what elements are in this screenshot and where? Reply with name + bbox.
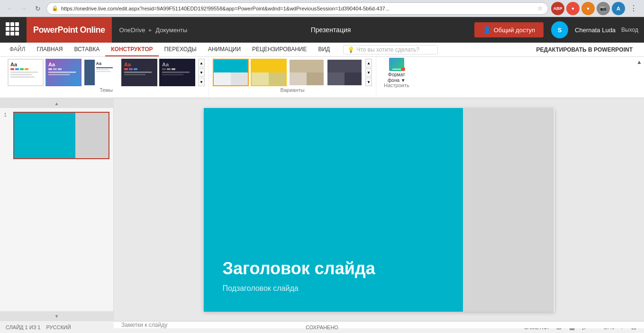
ribbon-collapse-button[interactable]: ▲ <box>636 59 642 65</box>
doc-title: Презентация <box>187 26 474 34</box>
theme-gradient[interactable]: Aa <box>45 59 82 86</box>
waffle-menu[interactable] <box>6 22 21 37</box>
variants-scroll-down[interactable]: ▼ <box>365 68 372 77</box>
slide-canvas[interactable]: Заголовок слайда Подзаголовок слайда <box>204 108 554 312</box>
variants-scroll-up[interactable]: ▲ <box>365 59 372 67</box>
tab-transitions[interactable]: ПЕРЕХОДЫ <box>159 43 202 56</box>
lightbulb-icon: 💡 <box>347 46 354 53</box>
profile-btn[interactable]: A <box>612 2 625 15</box>
slide-panel: ▲ 1 ▼ <box>0 99 114 321</box>
ext-photo[interactable]: 📷 <box>597 2 610 15</box>
ext-red[interactable]: ● <box>566 2 580 15</box>
star-icon[interactable]: ☆ <box>537 5 543 12</box>
theme-dark[interactable]: Aa <box>159 59 195 86</box>
breadcrumb-sep: ► <box>148 27 153 33</box>
ribbon-menu: ФАЙЛ ГЛАВНАЯ ВСТАВКА КОНСТРУКТОР ПЕРЕХОД… <box>0 43 644 57</box>
tab-insert[interactable]: ВСТАВКА <box>68 43 105 56</box>
slide-thumbnail-1[interactable] <box>13 112 109 159</box>
variants-expand[interactable]: ▼ <box>365 78 372 86</box>
variant-yellow[interactable] <box>251 59 287 86</box>
browser-menu[interactable]: ⋮ <box>627 3 640 14</box>
variants-grid: ▲ ▼ ▼ <box>213 59 372 86</box>
back-button[interactable]: ← <box>4 3 15 14</box>
variants-section: ▲ ▼ ▼ Варианты <box>209 57 376 98</box>
slide-title[interactable]: Заголовок слайда <box>223 259 444 279</box>
variant-tan[interactable] <box>289 59 325 86</box>
reload-button[interactable]: ↻ <box>32 3 44 14</box>
lock-icon: 🔒 <box>52 5 58 11</box>
slide-thumbnail-container: 1 <box>4 112 109 159</box>
format-background-button[interactable]: Форматфона ▼ <box>385 61 408 81</box>
customize-label: Настроить <box>384 82 409 88</box>
logout-button[interactable]: Выход <box>621 27 638 33</box>
slide-panel-scroll-down[interactable]: ▼ <box>0 311 113 321</box>
themes-expand[interactable]: ▼ <box>198 78 205 86</box>
breadcrumb-documents[interactable]: Документы <box>155 27 187 34</box>
themes-label: Темы <box>100 87 113 93</box>
theme-default[interactable]: Aa <box>8 59 44 86</box>
variant-teal[interactable] <box>213 59 249 86</box>
app-header: PowerPoint Online OneDrive ► Документы П… <box>0 17 644 43</box>
url-text: https://onedrive.live.com/edit.aspx?resi… <box>61 6 535 11</box>
breadcrumb-onedrive[interactable]: OneDrive <box>119 27 145 34</box>
slide-subtitle[interactable]: Подзаголовок слайда <box>223 284 444 293</box>
adblock-ext[interactable]: ABP <box>551 2 564 15</box>
theme-colorful[interactable]: Aa <box>121 59 157 86</box>
saved-status: СОХРАНЕНО <box>306 324 338 330</box>
main-area: ▲ 1 ▼ Заголовок слайда Подзаголовок слай… <box>0 99 644 321</box>
share-button[interactable]: 👤 Общий доступ <box>474 22 544 37</box>
themes-scroll-up[interactable]: ▲ <box>198 59 205 67</box>
ext-orange[interactable]: ● <box>581 2 595 15</box>
language-status: РУССКИЙ <box>46 324 71 330</box>
slide-number: 1 <box>4 112 11 159</box>
slide-info: СЛАЙД 1 ИЗ 1 <box>6 324 40 330</box>
variants-label: Варианты <box>281 87 305 93</box>
help-search[interactable]: 💡 Что вы хотите сделать? <box>343 45 438 54</box>
themes-section: Aa Aa <box>4 57 209 98</box>
browser-bar: ← → ↻ 🔒 https://onedrive.live.com/edit.a… <box>0 0 644 17</box>
tab-review[interactable]: РЕЦЕНЗИРОВАНИЕ <box>246 43 312 56</box>
themes-scroll-down[interactable]: ▼ <box>198 68 205 77</box>
slide-panel-scroll-up[interactable]: ▲ <box>0 99 113 108</box>
slide-teal-section: Заголовок слайда Подзаголовок слайда <box>204 108 463 312</box>
address-bar[interactable]: 🔒 https://onedrive.live.com/edit.aspx?re… <box>46 2 548 15</box>
forward-button[interactable]: → <box>18 3 29 14</box>
tab-home[interactable]: ГЛАВНАЯ <box>31 43 68 56</box>
slide-editor: Заголовок слайда Подзаголовок слайда Зам… <box>114 99 644 321</box>
breadcrumb: OneDrive ► Документы <box>119 27 188 34</box>
themes-grid: Aa Aa <box>8 59 205 86</box>
tab-animations[interactable]: АНИМАЦИИ <box>202 43 246 56</box>
ribbon-toolbar: Aa Aa <box>0 57 644 99</box>
slide-gray-section <box>463 108 554 312</box>
tab-design[interactable]: КОНСТРУКТОР <box>105 43 158 56</box>
format-section: Форматфона ▼ Настроить <box>376 57 417 98</box>
edit-in-powerpoint-button[interactable]: РЕДАКТИРОВАТЬ В POWERPOINT <box>529 45 640 55</box>
theme-striped[interactable]: Aa <box>83 59 119 86</box>
tab-file[interactable]: ФАЙЛ <box>4 43 31 56</box>
app-logo: PowerPoint Online <box>27 17 112 43</box>
share-icon: 👤 <box>483 26 491 34</box>
browser-extensions: ABP ● ● 📷 A ⋮ <box>551 2 640 15</box>
user-name: Chernata Luda <box>575 27 616 34</box>
variant-dark[interactable] <box>327 59 363 86</box>
tab-view[interactable]: ВИД <box>312 43 336 56</box>
skype-button[interactable]: S <box>551 21 568 38</box>
slide-canvas-area: Заголовок слайда Подзаголовок слайда <box>114 99 644 321</box>
notes-bar[interactable]: Заметки к слайду <box>114 321 644 328</box>
